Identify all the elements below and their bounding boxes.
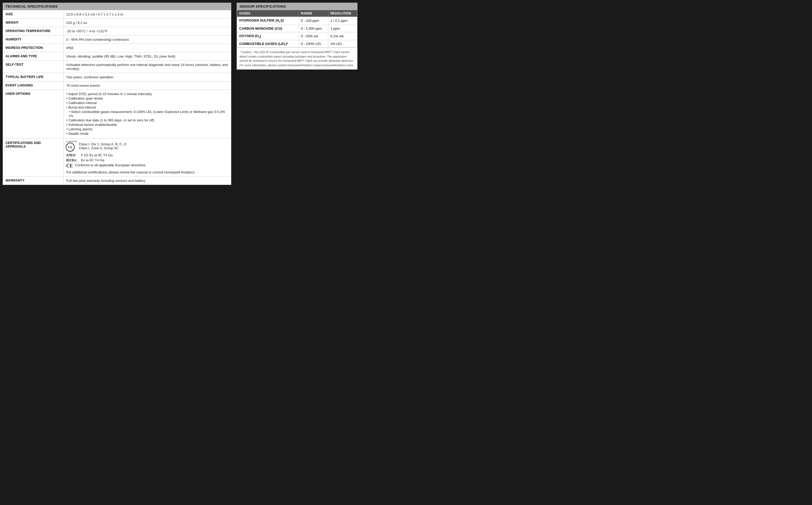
ce-cert-line: CE Conforms to all applicable European d… xyxy=(66,163,229,169)
spec-label-event: EVENT LOGGING xyxy=(3,81,63,90)
sensor-specs-table: SENSOR SPECIFICATIONS GASES RANGE RESOLU… xyxy=(237,3,358,69)
ul-cert-text: Class I, Div 1, Group A, B, C, D Class I… xyxy=(79,141,126,150)
spec-label-cert: CERTIFICATIONS ANDAPPROVALS xyxy=(3,139,63,176)
page-wrapper: TECHNICAL SPECIFICATIONS SIZE 12.0 x 6.8… xyxy=(3,3,358,185)
iecex-label: IECEx: xyxy=(66,158,80,162)
user-option-1: Adjust STEL period (5-15 minutes in 1 mi… xyxy=(66,92,229,96)
range-o2: 0 - 25% vol. xyxy=(299,32,328,40)
spec-value-event: 70 most recent events xyxy=(63,81,231,90)
spec-value-battery: Two years, continous operation xyxy=(63,73,231,81)
sensor-specs-header: SENSOR SPECIFICATIONS xyxy=(237,3,357,10)
tech-specs-table: TECHNICAL SPECIFICATIONS SIZE 12.0 x 6.8… xyxy=(3,3,231,185)
gas-h2s: HYDROGEN SULFIDE (H2S) xyxy=(237,17,299,25)
user-option-8: Latching alarms xyxy=(66,127,229,131)
sensor-table: GASES RANGE RESOLUTION HYDROGEN SULFIDE … xyxy=(237,10,357,47)
ce-value: Conforms to all applicable European dire… xyxy=(75,163,146,167)
spec-row-humidity: HUMIDITY 5 - 95% RH (non-condensing) con… xyxy=(3,35,231,44)
spec-row-event: EVENT LOGGING 70 most recent events xyxy=(3,81,231,90)
spec-row-cert: CERTIFICATIONS ANDAPPROVALS CLASSIFIED c… xyxy=(3,138,231,176)
res-co: 1 ppm xyxy=(328,25,357,32)
user-option-9: Stealth mode xyxy=(66,132,229,136)
spec-row-alarms: ALARMS AND TYPE Visual, vibrating, audib… xyxy=(3,52,231,60)
spec-label-weight: WEIGHT xyxy=(3,19,63,27)
col-resolution: RESOLUTION xyxy=(328,10,357,17)
range-h2s: 0 - 100 ppm xyxy=(299,17,328,25)
spec-row-useropts: USER OPTIONS Adjust STEL period (5-15 mi… xyxy=(3,90,231,138)
sensor-row-co: CARBON MONOXIDE (CO) 0 - 1,000 ppm 1 ppm xyxy=(237,25,357,32)
gas-co: CARBON MONOXIDE (CO) xyxy=(237,25,299,32)
spec-row-size: SIZE 12.0 x 6.8 x 3.2 cm / 4.7 x 2.7 x 1… xyxy=(3,10,231,18)
spec-label-humidity: HUMIDITY xyxy=(3,35,63,44)
spec-label-ingress: INGRESS PROTECTION xyxy=(3,44,63,52)
spec-row-battery: TYPICAL BATTERY LIFE Two years, continou… xyxy=(3,73,231,81)
ul-line1: Class I, Div 1, Group A, B, C, D xyxy=(79,142,126,146)
ul-c-mark: c xyxy=(67,144,68,146)
spec-label-size: SIZE xyxy=(3,10,63,18)
ul-wrap: CLASSIFIED c UL us xyxy=(66,141,77,152)
sensor-row-h2s: HYDROGEN SULFIDE (H2S) 0 - 100 ppm 1 / 0… xyxy=(237,17,357,25)
spec-value-alarms: Visual, vibrating, audible (95 dB); Low,… xyxy=(63,52,231,60)
ul-us-mark: us xyxy=(72,149,74,151)
user-option-3: Calibration interval xyxy=(66,101,229,105)
spec-row-selftest: SELF-TEST Activated detectors automatica… xyxy=(3,60,231,73)
user-option-2: Calibration span levels xyxy=(66,97,229,101)
atex-value: II 1G Ex ia IIC T4 Ga xyxy=(81,153,113,157)
ul-circle: c UL us xyxy=(66,143,75,152)
res-o2: 0.1% vol. xyxy=(328,32,357,40)
sensor-table-header-row: GASES RANGE RESOLUTION xyxy=(237,10,357,17)
classified-text: CLASSIFIED xyxy=(66,141,77,142)
spec-value-humidity: 5 - 95% RH (non-condensing) continuous xyxy=(63,35,231,44)
spec-value-selftest: Activated detectors automatically perfor… xyxy=(63,61,231,73)
spec-label-alarms: ALARMS AND TYPE xyxy=(3,52,63,60)
tech-specs-header: TECHNICAL SPECIFICATIONS xyxy=(3,3,231,10)
ul-cert-line: CLASSIFIED c UL us Class I, Div 1, Group… xyxy=(66,141,229,152)
spec-label-temp: OPERATING TEMPERATURE xyxy=(3,27,63,35)
res-h2s: 1 / 0.1 ppm xyxy=(328,17,357,25)
sensor-footnote: * Caution – the LED IR combustible gas s… xyxy=(237,47,357,69)
spec-value-ingress: IP68 xyxy=(63,44,231,52)
sensor-row-o2: OXYGEN (O2) 0 - 25% vol. 0.1% vol. xyxy=(237,32,357,40)
iecex-value: Ex ia IIC T4 Ga xyxy=(81,158,104,162)
spec-row-ingress: INGRESS PROTECTION IP68 xyxy=(3,44,231,52)
ce-symbol: CE xyxy=(66,163,73,169)
spec-value-warranty: Full two-year warranty including sensors… xyxy=(63,177,231,185)
spec-label-battery: TYPICAL BATTERY LIFE xyxy=(3,73,63,81)
spec-value-temp: -20 to +50°C / -4 to +131°F xyxy=(63,27,231,35)
col-gases: GASES xyxy=(237,10,299,17)
sensor-row-lel: COMBUSTIBLE GASES (LEL)* 0 - 100% LEL 1%… xyxy=(237,40,357,47)
spec-row-weight: WEIGHT 233 g / 8.2 oz. xyxy=(3,18,231,27)
atex-label: ATEX: xyxy=(66,153,80,157)
spec-label-warranty: WARRANTY xyxy=(3,177,63,185)
cert-additional: For additional certifications, please re… xyxy=(66,170,229,174)
spec-label-useropts: USER OPTIONS xyxy=(3,90,63,138)
col-range: RANGE xyxy=(299,10,328,17)
iecex-cert-line: IECEx: Ex ia IIC T4 Ga xyxy=(66,158,229,162)
spec-value-cert: CLASSIFIED c UL us Class I, Div 1, Group… xyxy=(63,139,231,176)
user-options-list: Adjust STEL period (5-15 minutes in 1 mi… xyxy=(66,92,229,136)
ul-main-mark: UL xyxy=(68,145,72,149)
spec-label-selftest: SELF-TEST xyxy=(3,61,63,73)
res-lel: 1% LEL xyxy=(328,40,357,47)
atex-cert-line: ATEX: II 1G Ex ia IIC T4 Ga xyxy=(66,153,229,157)
gas-o2: OXYGEN (O2) xyxy=(237,32,299,40)
user-option-7: Individual sensor enable/disable xyxy=(66,123,229,127)
ul-line2: Class I, Zone 0, Group IIC xyxy=(79,146,126,150)
spec-row-warranty: WARRANTY Full two-year warranty includin… xyxy=(3,176,231,185)
spec-value-useropts: Adjust STEL period (5-15 minutes in 1 mi… xyxy=(63,90,231,138)
user-option-5: Select combustible gases measurement: 0-… xyxy=(66,110,229,118)
ul-logo: CLASSIFIED c UL us xyxy=(66,141,77,152)
user-option-4: Bump test interval xyxy=(66,105,229,109)
user-option-6: Calibration due date (1 to 365 days, or … xyxy=(66,118,229,122)
spec-value-weight: 233 g / 8.2 oz. xyxy=(63,19,231,27)
range-lel: 0 - 100% LEL xyxy=(299,40,328,47)
gas-lel: COMBUSTIBLE GASES (LEL)* xyxy=(237,40,299,47)
range-co: 0 - 1,000 ppm xyxy=(299,25,328,32)
spec-row-temp: OPERATING TEMPERATURE -20 to +50°C / -4 … xyxy=(3,27,231,35)
spec-value-size: 12.0 x 6.8 x 3.2 cm / 4.7 x 2.7 x 1.3 in… xyxy=(63,10,231,18)
